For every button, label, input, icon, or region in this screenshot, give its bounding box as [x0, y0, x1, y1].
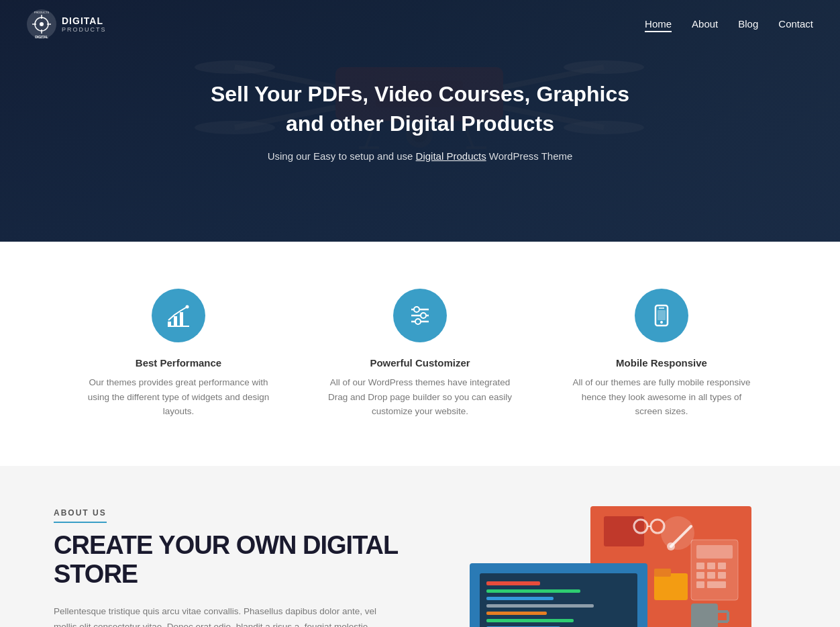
about-label: ABOUT US — [54, 508, 107, 523]
about-image — [470, 506, 751, 627]
nav-item-blog[interactable]: Blog — [738, 18, 758, 30]
feature-powerful-customizer: Powerful Customizer All of our WordPress… — [299, 282, 541, 426]
about-heading-line1: CREATE YOUR OWN DIGITAL — [54, 531, 398, 559]
feature-icon-mobile-responsive — [635, 289, 688, 342]
nav-item-home[interactable]: Home — [645, 18, 672, 30]
feature-title-powerful-customizer: Powerful Customizer — [326, 357, 514, 369]
svg-rect-25 — [168, 322, 171, 326]
mobile-icon — [649, 303, 674, 328]
svg-rect-26 — [174, 316, 177, 326]
about-heading: CREATE YOUR OWN DIGITAL STORE — [54, 531, 443, 589]
svg-rect-58 — [654, 573, 688, 600]
svg-rect-56 — [696, 581, 704, 588]
sliders-icon — [407, 303, 433, 328]
svg-rect-66 — [486, 581, 540, 585]
nav-item-about[interactable]: About — [692, 18, 718, 30]
feature-mobile-responsive: Mobile Responsive All of our themes are … — [541, 282, 782, 426]
chart-icon — [166, 303, 191, 328]
logo-icon: DIGITAL PRODUCTS — [27, 9, 56, 39]
about-section: ABOUT US CREATE YOUR OWN DIGITAL STORE P… — [0, 466, 840, 627]
nav-link-home[interactable]: Home — [645, 18, 672, 32]
nav-link-contact[interactable]: Contact — [778, 18, 813, 30]
hero-subtitle: Using our Easy to setup and use Digital … — [211, 150, 629, 162]
svg-rect-67 — [486, 589, 580, 593]
svg-rect-71 — [486, 619, 574, 622]
svg-rect-39 — [658, 310, 666, 320]
svg-point-47 — [667, 542, 675, 550]
svg-point-34 — [421, 313, 426, 318]
nav-links: Home About Blog Contact — [645, 18, 813, 30]
feature-best-performance: Best Performance Our themes provides gre… — [58, 282, 299, 426]
svg-point-33 — [414, 307, 419, 312]
svg-rect-68 — [486, 597, 554, 600]
about-heading-line2: STORE — [54, 560, 138, 588]
feature-desc-mobile-responsive: All of our themes are fully mobile respo… — [568, 375, 755, 419]
svg-rect-51 — [707, 563, 715, 569]
svg-rect-52 — [718, 563, 726, 569]
hero-subtitle-link[interactable]: Digital Products — [416, 150, 486, 162]
svg-point-38 — [660, 321, 663, 324]
nav-link-about[interactable]: About — [692, 18, 718, 30]
digital-store-svg — [470, 506, 751, 627]
hero-content: Sell Your PDFs, Video Courses, Graphicsa… — [197, 80, 643, 161]
svg-rect-59 — [654, 569, 671, 577]
svg-text:DIGITAL: DIGITAL — [35, 35, 48, 39]
svg-text:PRODUCTS: PRODUCTS — [34, 11, 50, 14]
hero-title: Sell Your PDFs, Video Courses, Graphicsa… — [211, 80, 629, 138]
feature-title-best-performance: Best Performance — [85, 357, 272, 369]
svg-rect-57 — [707, 581, 726, 588]
nav-item-contact[interactable]: Contact — [778, 18, 813, 30]
svg-rect-49 — [696, 545, 733, 559]
svg-rect-53 — [696, 572, 704, 579]
svg-rect-54 — [707, 572, 715, 579]
feature-desc-powerful-customizer: All of our WordPress themes have integra… — [326, 375, 514, 419]
svg-rect-50 — [696, 563, 704, 569]
about-content: ABOUT US CREATE YOUR OWN DIGITAL STORE P… — [54, 506, 443, 627]
svg-point-28 — [186, 305, 189, 309]
svg-rect-70 — [486, 612, 547, 615]
nav-link-blog[interactable]: Blog — [738, 18, 758, 30]
about-illustration — [470, 506, 751, 627]
svg-rect-27 — [180, 312, 183, 326]
feature-title-mobile-responsive: Mobile Responsive — [568, 357, 755, 369]
svg-rect-69 — [486, 604, 594, 608]
svg-rect-55 — [718, 572, 726, 579]
logo-text-main: DIGITAL — [62, 15, 107, 26]
feature-icon-best-performance — [152, 289, 205, 342]
feature-icon-powerful-customizer — [393, 289, 447, 342]
logo[interactable]: DIGITAL PRODUCTS DIGITAL PRODUCTS — [27, 9, 107, 39]
logo-text-sub: PRODUCTS — [62, 26, 107, 33]
svg-point-35 — [415, 319, 421, 324]
svg-point-6 — [40, 22, 44, 26]
svg-rect-60 — [691, 604, 718, 627]
svg-point-42 — [661, 516, 694, 550]
features-section: Best Performance Our themes provides gre… — [0, 242, 840, 466]
about-body: Pellentesque tristique quis arcu vitae c… — [54, 604, 389, 627]
navbar: DIGITAL PRODUCTS DIGITAL PRODUCTS Home A… — [0, 0, 840, 48]
feature-desc-best-performance: Our themes provides great performance wi… — [85, 375, 272, 419]
